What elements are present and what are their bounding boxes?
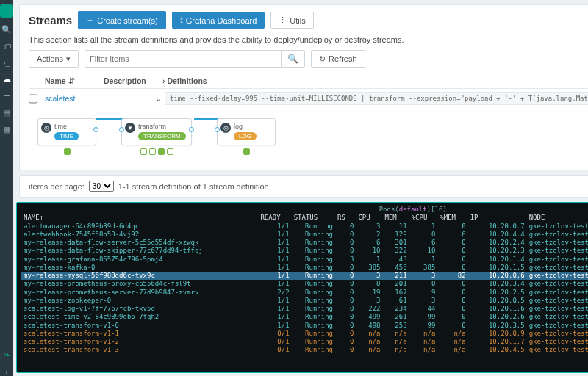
pods-table: NAME↑READYSTATUSRSCPUMEM%CPU%MEMIPNODEQO… [21, 214, 588, 354]
row-checkbox[interactable] [29, 94, 37, 104]
node-transform[interactable]: ▼ transform TRANSFORM [121, 118, 192, 155]
definition-text: time --fixed-delay=995 --time-unit=MILLI… [165, 92, 588, 105]
nav-tools-icon[interactable]: ▦ [3, 125, 10, 134]
filter-box: 🔍 [85, 50, 305, 68]
grafana-button[interactable]: ⟟ Grafana Dashboard [172, 12, 265, 29]
stream-name-link[interactable]: scaletest [45, 94, 96, 103]
nav-audit-icon[interactable]: ▤ [3, 108, 10, 118]
nav-expand-icon[interactable]: › [5, 367, 8, 376]
utils-button[interactable]: ⋮ Utils [270, 12, 313, 29]
table-header: Name ⇵ Description › Definitions Status … [29, 73, 588, 89]
actions-dropdown[interactable]: Actions ▾ [29, 50, 79, 68]
nav-shell-icon[interactable]: ›_ [3, 58, 10, 67]
table-row: scaletest ⌄ time --fixed-delay=995 --tim… [29, 89, 588, 108]
node-time[interactable]: ◷ time TIME [37, 118, 96, 155]
intro-text: This section lists all the stream defini… [29, 35, 588, 44]
flow-diagram: ◷ time TIME ▼ transform TRANSFORM [29, 108, 588, 162]
chevron-down-icon[interactable]: ⌄ [155, 94, 162, 103]
col-desc: Description [104, 76, 155, 85]
page-size-select[interactable]: 30 [89, 181, 114, 192]
filter-input[interactable] [85, 51, 281, 67]
streams-panel: Streams ＋ Create stream(s) ⟟ Grafana Das… [19, 4, 588, 170]
node-log[interactable]: ◎ log LOG [217, 118, 276, 155]
nav-streams-icon[interactable]: ☁ [3, 74, 11, 84]
pager: items per page: 30 1-1 stream definition… [19, 175, 588, 198]
nav-jobs-icon[interactable]: ☰ [3, 91, 10, 101]
target-icon: ◎ [220, 123, 231, 133]
page-title: Streams [29, 14, 72, 26]
nav-tasks-icon[interactable]: 🏷 [3, 42, 11, 51]
nav-about-icon[interactable]: ❧ [4, 350, 10, 360]
logo-icon [0, 4, 13, 18]
terminal[interactable]: Pods(default)[16] NAME↑READYSTATUSRSCPUM… [16, 202, 588, 373]
sidebar-nav: 🔍 🏷 ›_ ☁ ☰ ▤ ▦ ❧ › [0, 0, 13, 376]
col-defs: › Definitions [162, 76, 588, 85]
clock-icon: ◷ [41, 123, 51, 133]
search-icon[interactable]: 🔍 [281, 51, 304, 67]
filter-icon: ▼ [125, 123, 135, 133]
col-name[interactable]: Name ⇵ [45, 76, 96, 85]
create-stream-button[interactable]: ＋ Create stream(s) [78, 11, 166, 29]
refresh-button[interactable]: ↻ Refresh [311, 50, 365, 68]
nav-search-icon[interactable]: 🔍 [1, 25, 12, 35]
